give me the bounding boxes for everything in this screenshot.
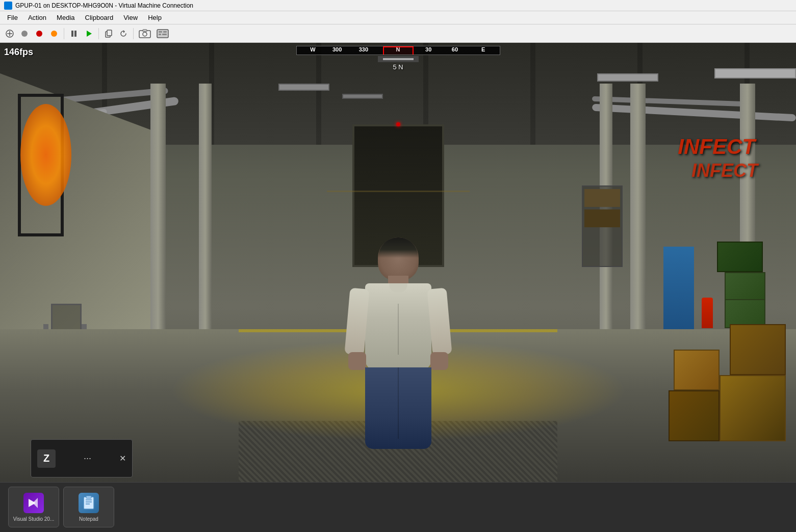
menu-action[interactable]: Action [23,13,52,22]
orange-art [15,84,82,262]
toolbar-separator-3 [133,28,134,39]
toolbar-screenshot-btn[interactable] [137,27,153,40]
svg-rect-18 [163,31,167,33]
toolbar [0,24,796,43]
svg-marker-8 [87,31,92,37]
svg-rect-16 [159,31,162,33]
menu-clipboard[interactable]: Clipboard [80,13,119,22]
svg-point-13 [143,32,147,36]
infect-sign-2: INFECT [691,160,758,181]
svg-rect-6 [71,31,73,37]
compass-label-300: 300 [332,46,342,52]
toolbar-settings-btn[interactable] [155,27,171,40]
char-head [378,237,419,281]
compass-label-60: 60 [452,46,458,52]
char-left-hand [348,352,366,370]
taskbar-items: Visual Studio 20... Notepad [0,487,122,527]
visual-studio-label: Visual Studio 20... [13,516,54,522]
infect-sign: INFECT [678,135,755,159]
orange-shape [20,104,71,206]
notepad-label: Notepad [79,516,98,522]
taskbar: Z ··· ✕ Visual Studio 20... [0,482,796,532]
toolbar-refresh-btn[interactable] [117,27,130,40]
toolbar-stop-btn[interactable] [33,27,46,40]
compass-label-e: E [481,46,485,52]
compass-bar: W 300 330 N 30 60 E [296,46,500,55]
visual-studio-icon [23,493,44,513]
toolbar-record-btn[interactable] [18,27,31,40]
svg-point-4 [36,31,42,37]
task-popup: Z ··· ✕ [31,439,133,477]
menu-help[interactable]: Help [143,13,167,22]
svg-rect-19 [162,34,167,35]
compass-label-330: 330 [359,46,368,52]
compass-label-30: 30 [425,46,431,52]
svg-point-5 [51,31,57,37]
svg-point-3 [21,31,28,37]
toolbar-btn-1[interactable] [3,27,16,40]
svg-rect-14 [143,30,147,32]
toolbar-separator-2 [98,28,99,39]
task-popup-more-btn[interactable]: ··· [84,453,91,464]
svg-rect-10 [107,30,112,36]
menu-bar: File Action Media Clipboard View Help [0,11,796,24]
compass-marker [383,46,414,55]
svg-rect-17 [159,34,161,35]
svg-marker-11 [123,30,125,33]
compass: W 300 330 N 30 60 E 5 N [296,46,500,71]
player-character [342,237,454,451]
right-crates [643,314,786,441]
compass-label-w: W [310,46,315,52]
taskbar-item-notepad[interactable]: Notepad [63,487,114,527]
center-shelf [582,185,623,267]
task-popup-app-icon: Z [37,449,56,468]
menu-file[interactable]: File [2,13,23,22]
compass-sub-bar [378,56,419,62]
title-bar-icon [4,2,12,10]
notepad-icon [79,493,99,513]
taskbar-item-visual-studio[interactable]: Visual Studio 20... [8,487,59,527]
toolbar-pause2-btn[interactable] [67,27,81,40]
toolbar-pause-btn[interactable] [47,27,61,40]
game-viewport[interactable]: 146fps W 300 330 N 30 60 E [0,43,796,482]
menu-media[interactable]: Media [52,13,80,22]
fps-counter: 146fps [4,47,33,58]
task-popup-close-btn[interactable]: ✕ [119,454,126,463]
svg-rect-22 [84,497,94,509]
svg-rect-7 [74,31,76,37]
toolbar-copy-btn[interactable] [102,27,115,40]
char-right-hand [430,352,448,370]
svg-rect-26 [86,496,91,498]
char-pants [365,367,431,449]
toolbar-separator-1 [64,28,64,39]
svg-marker-21 [33,498,38,508]
title-bar-text: GPUP-01 on DESKTOP-MHG9O0N - Virtual Mac… [15,2,193,9]
compass-heading: 5 N [296,63,500,71]
title-bar: GPUP-01 on DESKTOP-MHG9O0N - Virtual Mac… [0,0,796,11]
toolbar-play-btn[interactable] [82,27,95,40]
char-torso [365,283,431,370]
menu-view[interactable]: View [118,13,143,22]
